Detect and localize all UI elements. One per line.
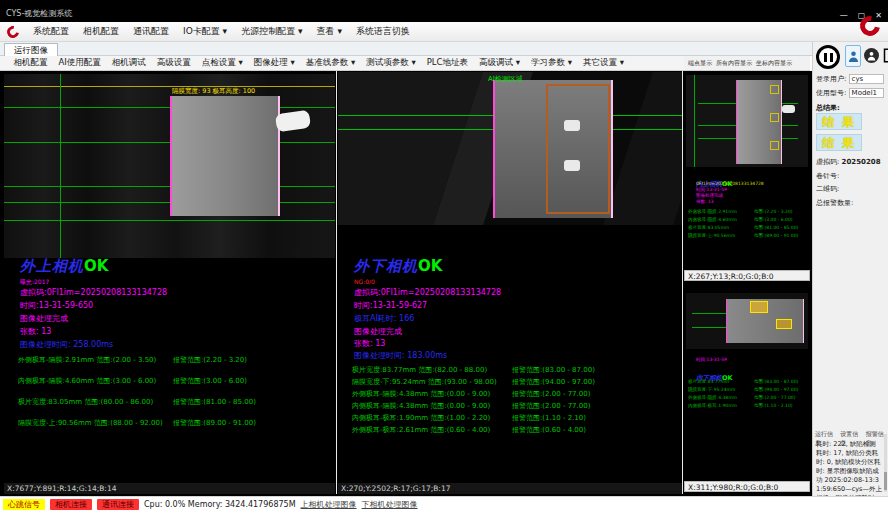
option-coord-display[interactable]: 坐标内容显示	[756, 59, 792, 68]
comm-connection-badge: 通讯连接	[97, 499, 139, 510]
left-pixel-coordinates: X:7677;Y:891;R:14;G:14;B:14	[4, 483, 335, 494]
menu-item-language[interactable]: 系统语言切换	[349, 25, 417, 38]
toolbar: 相机配置 AI使用配置 相机调试 高级设置 点检设置 ▾ 图像处理 ▾ 基准线参…	[0, 56, 684, 71]
log-scrollbar[interactable]	[884, 434, 887, 492]
panel-divider	[336, 71, 337, 494]
lower-camera-process-link[interactable]: 下相机处理图像	[362, 499, 418, 510]
tool-ai-config[interactable]: AI使用配置	[53, 57, 106, 69]
process-time-label: 图像处理时间: 258.00ms	[20, 339, 113, 350]
inner-top-pixel-coordinates: X:267;Y:13;R:0;G:0;B:0	[684, 270, 810, 281]
operator-button[interactable]	[864, 48, 879, 63]
barcode-label: 0FI1im=20250208133134728	[696, 181, 764, 186]
thumbnail-options-bar: 端点显示 所有内容显示 坐标内容显示	[684, 56, 810, 71]
center-camera-image[interactable]: AI检测区域	[338, 72, 682, 225]
login-user-button[interactable]	[845, 45, 861, 67]
option-all-content-display[interactable]: 所有内容显示	[716, 59, 752, 68]
ai-feature-box	[770, 141, 779, 150]
tab-run-image[interactable]: 运行图像	[4, 43, 58, 56]
tool-advanced-debug[interactable]: 高级调试 ▾	[474, 57, 526, 69]
menu-item-camera-config[interactable]: 相机配置	[76, 25, 126, 38]
center-pixel-coordinates: X:270;Y:2502;R:17;G:17;B:17	[338, 483, 682, 494]
menu-item-view[interactable]: 查看 ▾	[310, 25, 349, 38]
status-bar: 心跳信号 相机连接 通讯连接 Cpu: 0.0% Memory: 3424.41…	[0, 496, 888, 511]
inner-bottom-pixel-coordinates: X:311;Y:980;R:0;G:0;B:0	[684, 481, 810, 492]
virtual-code-row: 虚拟码: 20250208	[816, 157, 881, 167]
left-camera-panel: 隔膜宽度: 93 极耳高度: 100 外上相机OK 曝光:2017 虚拟码:0F…	[4, 72, 335, 494]
application-window: CYS-视觉检测系统 — ▢ ✕ 系统配置 相机配置 通讯配置 IO卡配置 ▾ …	[0, 0, 888, 522]
tool-test-params[interactable]: 测试项参数 ▾	[361, 57, 421, 69]
menu-bar: 系统配置 相机配置 通讯配置 IO卡配置 ▾ 光源控制配置 ▾ 查看 ▾ 系统语…	[0, 22, 888, 42]
model-field[interactable]: Model1	[849, 88, 884, 98]
exposure-label: 曝光:2017	[20, 278, 49, 287]
ng-count-label: NG:0/0	[354, 278, 375, 285]
login-user-row: 登录用户: cys	[816, 74, 884, 84]
inner-top-camera-panel: 内上相机OK 0FI1im=20250208133134728 时间:13-31…	[684, 71, 810, 270]
menu-item-io-config[interactable]: IO卡配置 ▾	[176, 25, 234, 38]
frame-count-label: 张数: 13	[696, 199, 714, 204]
menu-item-light-config[interactable]: 光源控制配置 ▾	[234, 25, 309, 38]
detected-cell-region	[170, 96, 280, 216]
alarm-total-row: 总报警数量:	[816, 198, 853, 208]
result-display-1: 结 果	[816, 113, 862, 130]
tool-plc-address[interactable]: PLC地址表	[421, 57, 473, 69]
minimize-button[interactable]: —	[840, 11, 848, 20]
left-camera-image[interactable]: 隔膜宽度: 93 极耳高度: 100	[4, 74, 335, 258]
time-label: 时间:13-31-59	[696, 187, 727, 192]
heartbeat-status-badge: 心跳信号	[3, 499, 45, 510]
app-logo-icon	[5, 23, 22, 40]
tab-connector-part	[275, 110, 311, 133]
needle-number-row: 卷针号:	[816, 171, 839, 181]
frame-count-label: 张数: 13	[20, 326, 51, 337]
done-label: 图像处理完成	[354, 326, 402, 337]
time-label: 时间:13-31-59-650	[20, 300, 93, 311]
reference-line	[60, 74, 61, 258]
reference-line	[694, 75, 695, 167]
menu-item-comm-config[interactable]: 通讯配置	[126, 25, 176, 38]
result-display-2: 结 果	[816, 134, 862, 151]
tool-camera-debug[interactable]: 相机调试	[106, 57, 151, 69]
tool-learning-params[interactable]: 学习参数 ▾	[525, 57, 577, 69]
panel-divider	[682, 71, 683, 494]
exit-button[interactable]	[881, 47, 888, 64]
ai-region-label: AI检测区域	[488, 74, 523, 84]
upper-camera-process-link[interactable]: 上相机处理图像	[301, 499, 357, 510]
inner-bottom-camera-panel: 时间:13-31-59 内下相机OK 极片宽度:83.77mm 范围:(83.0…	[684, 283, 810, 481]
tool-advanced-settings[interactable]: 高级设置	[151, 57, 196, 69]
user-icon	[848, 50, 859, 63]
pause-button[interactable]	[816, 45, 840, 69]
done-label: 图像处理完成	[696, 193, 723, 198]
process-time-label: 图像处理时间: 183.00ms	[354, 350, 447, 361]
machine-background	[603, 72, 682, 225]
tool-camera-config[interactable]: 相机配置	[8, 57, 53, 69]
menu-item-system-config[interactable]: 系统配置	[26, 25, 76, 38]
time-label: 时间:13-31-59	[696, 357, 727, 362]
control-side-panel: 登录用户: cys 使用型号: Model1 总结果: 结 果 结 果 虚拟码:…	[812, 42, 888, 496]
center-camera-panel: AI检测区域 外下相机OK NG:0/0 虚拟码:0FI1im=20250208…	[338, 72, 682, 494]
tool-spot-check[interactable]: 点检设置 ▾	[196, 57, 248, 69]
option-endpoint-display[interactable]: 端点显示	[688, 59, 712, 68]
inner-bottom-camera-image[interactable]	[686, 293, 808, 349]
ai-feature-box	[770, 85, 779, 94]
camera-result-title: 外上相机OK	[20, 256, 108, 276]
barcode-label: 虚拟码:0FI1im=20250208133134728	[354, 287, 501, 298]
frame-count-label: 张数: 13	[354, 338, 385, 349]
ai-feature-box	[776, 319, 792, 329]
ai-feature-box	[770, 113, 779, 122]
qr-code-row: 二维码:	[816, 184, 839, 194]
tool-other-settings[interactable]: 其它设置 ▾	[577, 57, 629, 69]
baseline-marker	[4, 86, 335, 87]
title-bar: CYS-视觉检测系统 — ▢ ✕	[0, 0, 888, 22]
ai-time-label: 极耳AI耗时: 166	[354, 313, 414, 324]
tool-image-processing[interactable]: 图像处理 ▾	[248, 57, 300, 69]
content-area: 隔膜宽度: 93 极耳高度: 100 外上相机OK 曝光:2017 虚拟码:0F…	[0, 71, 812, 496]
inner-top-camera-image[interactable]	[686, 75, 808, 167]
roi-measurement-label: 隔膜宽度: 93 极耳高度: 100	[172, 87, 255, 96]
tool-baseline-params[interactable]: 基准线参数 ▾	[300, 57, 360, 69]
ai-detection-box	[546, 84, 610, 214]
bright-feature	[564, 160, 580, 171]
operator-icon	[867, 51, 876, 61]
time-label: 时间:13-31-59-627	[354, 300, 427, 311]
camera-result-title: 外下相机OK	[354, 256, 442, 276]
login-user-field[interactable]: cys	[849, 74, 884, 84]
exit-door-icon	[882, 48, 888, 63]
